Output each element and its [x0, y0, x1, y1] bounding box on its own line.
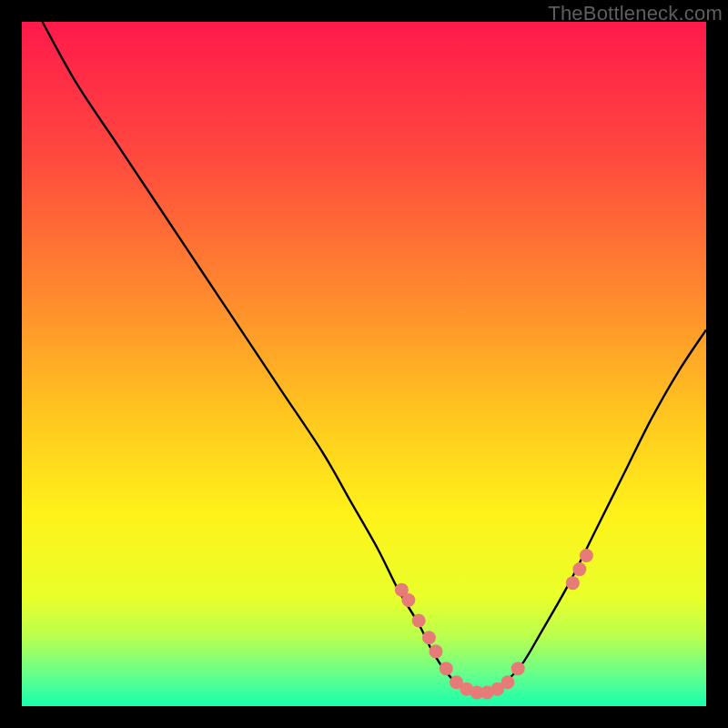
gradient-backdrop: [22, 22, 706, 706]
data-point: [566, 576, 580, 590]
chart-frame: [22, 22, 706, 706]
bottleneck-chart: [22, 22, 706, 706]
data-point: [401, 593, 415, 607]
data-point: [422, 631, 436, 644]
data-point: [500, 675, 514, 689]
data-point: [440, 662, 453, 675]
data-point: [511, 662, 525, 675]
data-point: [572, 562, 586, 576]
data-point: [412, 614, 426, 628]
data-point: [429, 644, 442, 658]
data-point: [580, 549, 593, 562]
